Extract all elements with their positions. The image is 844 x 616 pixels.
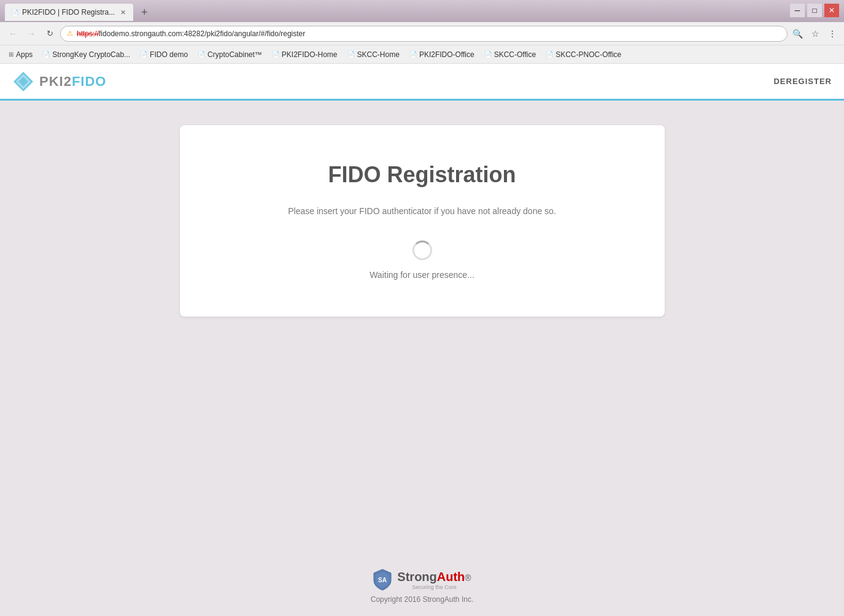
back-button[interactable]: ← <box>5 26 21 42</box>
refresh-button[interactable]: ↻ <box>42 26 58 42</box>
bookmark-apps[interactable]: ⊞ Apps <box>5 49 36 60</box>
browser-window: 📄 PKI2FIDO | FIDO Registra... ✕ + ─ □ ✕ … <box>0 0 844 616</box>
address-bar[interactable]: ⚠ https://fidodemo.strongauth.com:48282/… <box>60 26 788 42</box>
card-title: FIDO Registration <box>229 162 616 188</box>
bookmark-skcc-pnoc[interactable]: 📄 SKCC-PNOC-Office <box>542 49 625 60</box>
bookmark-doc-icon-5: 📄 <box>347 51 355 58</box>
deregister-link[interactable]: DEREGISTER <box>773 77 832 86</box>
window-controls: ─ □ ✕ <box>790 4 839 17</box>
security-warning-icon: ⚠ <box>67 29 73 37</box>
footer-brand-text: StrongAuth® Securing the Core <box>397 570 471 590</box>
bookmark-apps-label: Apps <box>16 50 33 59</box>
footer-logo: SA StrongAuth® Securing the Core <box>12 568 832 591</box>
bookmark-skcc-office[interactable]: 📄 SKCC-Office <box>481 49 540 60</box>
maximize-button[interactable]: □ <box>807 4 822 17</box>
browser-toolbar: ← → ↻ ⚠ https://fidodemo.strongauth.com:… <box>0 22 844 45</box>
bookmark-pki2fido-home-label: PKI2FIDO-Home <box>282 50 338 59</box>
tab-close-button[interactable]: ✕ <box>118 8 127 17</box>
tab-favicon: 📄 <box>11 9 18 16</box>
toolbar-icons: 🔍 ☆ ⋮ <box>790 28 839 40</box>
search-button[interactable]: 🔍 <box>790 28 805 40</box>
app-header: PKI2FIDO DEREGISTER <box>0 64 844 101</box>
bookmark-skcc-home[interactable]: 📄 SKCC-Home <box>344 49 403 60</box>
app-area: PKI2FIDO DEREGISTER FIDO Registration Pl… <box>0 64 844 616</box>
bookmark-skcc-home-label: SKCC-Home <box>357 50 400 59</box>
apps-grid-icon: ⊞ <box>9 51 14 58</box>
bookmark-cryptocabinet-label: CryptoCabinet™ <box>207 50 262 59</box>
app-footer: SA StrongAuth® Securing the Core Copyrig… <box>0 556 844 616</box>
logo-area: PKI2FIDO <box>12 71 106 93</box>
minimize-button[interactable]: ─ <box>790 4 805 17</box>
bookmark-doc-icon-8: 📄 <box>546 51 553 58</box>
bookmark-doc-icon-2: 📄 <box>140 51 147 58</box>
pki2fido-logo-icon <box>12 71 34 93</box>
spinner-area: Waiting for user presence... <box>229 241 616 280</box>
menu-button[interactable]: ⋮ <box>826 28 839 40</box>
registration-card: FIDO Registration Please insert your FID… <box>180 125 665 317</box>
waiting-text: Waiting for user presence... <box>370 270 474 280</box>
card-subtitle: Please insert your FIDO authenticator if… <box>229 206 616 216</box>
bookmarks-bar: ⊞ Apps 📄 StrongKey CryptoCab... 📄 FIDO d… <box>0 45 844 64</box>
bookmark-strongkey-label: StrongKey CryptoCab... <box>52 50 130 59</box>
bookmark-skcc-office-label: SKCC-Office <box>494 50 536 59</box>
url-text: https://fidodemo.strongauth.com:48282/pk… <box>77 29 305 38</box>
forward-button[interactable]: → <box>23 26 39 42</box>
bookmark-cryptocabinet[interactable]: 📄 CryptoCabinet™ <box>194 49 266 60</box>
tab-title: PKI2FIDO | FIDO Registra... <box>22 8 115 17</box>
strongauth-shield-icon: SA <box>373 568 392 591</box>
bookmark-pki2fido-office-label: PKI2FIDO-Office <box>419 50 474 59</box>
footer-tagline: Securing the Core <box>397 584 471 590</box>
bookmark-doc-icon-3: 📄 <box>198 51 205 58</box>
bookmark-doc-icon-7: 📄 <box>484 51 492 58</box>
bookmark-doc-icon-4: 📄 <box>272 51 279 58</box>
bookmark-strongkey[interactable]: 📄 StrongKey CryptoCab... <box>39 49 134 60</box>
bookmark-skcc-pnoc-label: SKCC-PNOC-Office <box>556 50 621 59</box>
app-logo-text: PKI2FIDO <box>39 74 106 90</box>
main-content: FIDO Registration Please insert your FID… <box>0 101 844 556</box>
bookmark-pki2fido-office[interactable]: 📄 PKI2FIDO-Office <box>406 49 478 60</box>
svg-text:SA: SA <box>378 577 387 583</box>
active-tab[interactable]: 📄 PKI2FIDO | FIDO Registra... ✕ <box>5 4 133 21</box>
footer-copyright: Copyright 2016 StrongAuth Inc. <box>12 595 832 604</box>
bookmark-fido-demo[interactable]: 📄 FIDO demo <box>136 49 192 60</box>
new-tab-button[interactable]: + <box>136 4 153 21</box>
bookmark-star-button[interactable]: ☆ <box>809 28 822 40</box>
bookmark-fido-demo-label: FIDO demo <box>150 50 188 59</box>
bookmark-doc-icon-1: 📄 <box>42 51 50 58</box>
titlebar: 📄 PKI2FIDO | FIDO Registra... ✕ + ─ □ ✕ <box>0 0 844 22</box>
bookmark-doc-icon-6: 📄 <box>409 51 417 58</box>
close-button[interactable]: ✕ <box>824 4 839 17</box>
bookmark-pki2fido-home[interactable]: 📄 PKI2FIDO-Home <box>268 49 341 60</box>
loading-spinner <box>412 241 432 260</box>
